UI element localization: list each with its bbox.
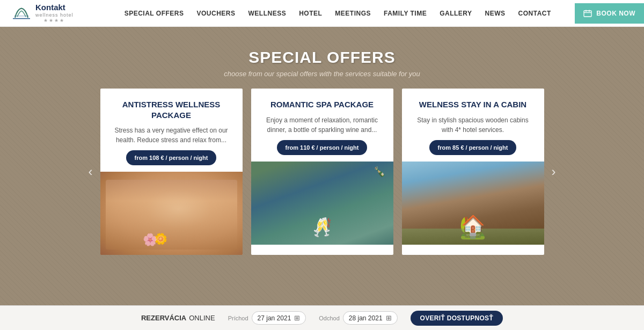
nav-contact[interactable]: CONTACT <box>518 10 551 17</box>
nav-wellness[interactable]: WELLNESS <box>248 10 286 17</box>
logo-name: Kontakt <box>35 3 74 12</box>
carousel-left-arrow[interactable]: ‹ <box>81 162 100 181</box>
nav-family-time[interactable]: FAMILY TIME <box>384 10 427 17</box>
card-antistress-description: Stress has a very negative effect on our… <box>110 126 233 145</box>
page-title: SPECIAL OFFERS <box>224 48 420 67</box>
card-cabin-price-button[interactable]: from 85 € / person / night <box>429 140 517 155</box>
hero-subtitle: choose from our special offers with the … <box>224 70 420 78</box>
odchod-calendar-icon: ⊞ <box>386 314 392 322</box>
nav-vouchers[interactable]: VOUCHERS <box>196 10 235 17</box>
card-romantic-spa-image: 🥂 🍾 <box>251 162 393 245</box>
odchod-date-value: 28 jan 2021 <box>349 314 383 322</box>
priechod-label: Príchod <box>228 315 248 321</box>
logo-sub: wellness hotel <box>35 12 74 18</box>
main-nav: SPECIAL OFFERS VOUCHERS WELLNESS HOTEL M… <box>125 10 551 17</box>
rezervacia-label: REZERVÁCIA ONLINE <box>141 314 215 322</box>
card-cabin-description: Stay in stylish spacious wooden cabins w… <box>412 115 535 135</box>
site-header: Kontakt wellness hotel ★★★★ SPECIAL OFFE… <box>0 0 644 27</box>
card-antistress-content: ANTISTRESS WELLNESS PACKAGE Stress has a… <box>100 89 243 172</box>
card-antistress-price-button[interactable]: from 108 € / person / night <box>126 150 217 165</box>
card-romantic-spa-content: ROMANTIC SPA PACKAGE Enjoy a moment of r… <box>251 89 393 162</box>
card-cabin-content: WELNESS STAY IN A CABIN Stay in stylish … <box>402 89 544 162</box>
nav-gallery[interactable]: GALLERY <box>440 10 472 17</box>
nav-hotel[interactable]: HOTEL <box>299 10 322 17</box>
priechod-date-input[interactable]: 27 jan 2021 ⊞ <box>252 311 306 325</box>
check-availability-button[interactable]: OVERIŤ DOSTUPNOSŤ <box>411 311 503 326</box>
card-cabin-image: 🏡 <box>402 162 544 245</box>
card-romantic-spa-price-button[interactable]: from 110 € / person / night <box>277 140 368 155</box>
logo-icon <box>11 4 32 23</box>
cards-section: ‹ ANTISTRESS WELLNESS PACKAGE Stress has… <box>0 89 644 255</box>
book-now-button[interactable]: BOOK NOW <box>575 3 644 24</box>
card-cabin: WELNESS STAY IN A CABIN Stay in stylish … <box>402 89 544 255</box>
priechod-calendar-icon: ⊞ <box>294 314 300 322</box>
hero-section: SPECIAL OFFERS choose from our special o… <box>0 27 644 305</box>
calendar-icon <box>583 10 592 17</box>
nav-news[interactable]: NEWS <box>485 10 506 17</box>
card-cabin-title: WELNESS STAY IN A CABIN <box>419 99 526 110</box>
carousel-right-arrow[interactable]: › <box>544 162 564 181</box>
priechod-field: Príchod 27 jan 2021 ⊞ <box>228 311 306 325</box>
svg-rect-2 <box>584 11 591 17</box>
hero-title-area: SPECIAL OFFERS choose from our special o… <box>224 27 420 78</box>
nav-meetings[interactable]: MEETINGS <box>335 10 371 17</box>
logo[interactable]: Kontakt wellness hotel ★★★★ <box>11 3 74 23</box>
cards-wrapper: ANTISTRESS WELLNESS PACKAGE Stress has a… <box>100 89 544 255</box>
odchod-field: Odchod 28 jan 2021 ⊞ <box>319 311 397 325</box>
card-romantic-spa: ROMANTIC SPA PACKAGE Enjoy a moment of r… <box>251 89 393 255</box>
odchod-label: Odchod <box>319 315 340 321</box>
card-antistress-title: ANTISTRESS WELLNESS PACKAGE <box>110 99 233 120</box>
nav-special-offers[interactable]: SPECIAL OFFERS <box>125 10 184 17</box>
footer-bar: REZERVÁCIA ONLINE Príchod 27 jan 2021 ⊞ … <box>0 305 644 330</box>
odchod-date-input[interactable]: 28 jan 2021 ⊞ <box>343 311 398 325</box>
card-antistress-image: 🌼 <box>100 172 243 255</box>
priechod-date-value: 27 jan 2021 <box>258 314 291 322</box>
card-romantic-spa-description: Enjoy a moment of relaxation, romantic d… <box>261 115 384 135</box>
card-antistress: ANTISTRESS WELLNESS PACKAGE Stress has a… <box>100 89 243 255</box>
card-romantic-spa-title: ROMANTIC SPA PACKAGE <box>270 99 374 110</box>
